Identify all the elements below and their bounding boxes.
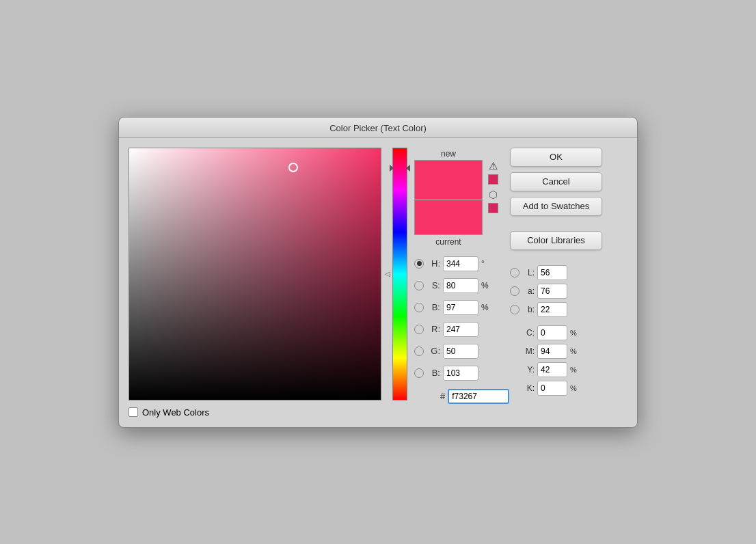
r-input[interactable] (443, 322, 478, 337)
g-label: G: (427, 346, 440, 356)
r-label: R: (427, 324, 440, 334)
b-lab-input[interactable] (537, 302, 567, 317)
hue-indicator (392, 167, 407, 169)
c-unit: % (570, 329, 577, 337)
color-libraries-button[interactable]: Color Libraries (510, 231, 602, 250)
m-unit: % (570, 347, 577, 355)
only-web-colors-label: Only Web Colors (142, 407, 209, 418)
b-radio[interactable] (414, 303, 424, 312)
l-field-row: L: (510, 265, 606, 280)
b-label: B: (427, 302, 440, 312)
color-field[interactable] (129, 148, 381, 400)
left-panel: ◁ Only Web Colors (129, 148, 407, 418)
dialog-title: Color Picker (Text Color) (119, 118, 637, 138)
color-blocks (414, 160, 483, 235)
g-input[interactable] (443, 344, 478, 359)
g-field-row: G: (414, 344, 509, 359)
middle-panel: new ⚠ ⬡ current H: (414, 148, 503, 418)
cube-icon: ⬡ (489, 189, 498, 201)
color-new-block (414, 160, 483, 200)
l-label: L: (522, 268, 535, 277)
b-lab-field-row: b: (510, 302, 606, 317)
h-field-row: H: ° (414, 256, 509, 271)
current-label: current (414, 237, 483, 247)
add-to-swatches-button[interactable]: Add to Swatches (510, 197, 602, 216)
c-label: C: (522, 328, 535, 338)
warn-swatch-top[interactable] (488, 174, 498, 185)
warning-icon: ⚠ (489, 160, 498, 172)
ok-button[interactable]: OK (510, 148, 602, 167)
warn-swatch-bottom[interactable] (488, 203, 498, 213)
m-input[interactable] (537, 344, 567, 359)
hue-strip[interactable] (392, 148, 407, 400)
r-field-row: R: (414, 322, 509, 337)
a-radio[interactable] (510, 286, 519, 296)
a-input[interactable] (537, 284, 567, 299)
g-radio[interactable] (414, 346, 424, 356)
hex-input[interactable] (448, 389, 509, 404)
hash-symbol: # (440, 391, 445, 401)
h-radio[interactable] (414, 259, 424, 269)
h-unit: ° (481, 259, 491, 269)
h-label: H: (427, 258, 440, 269)
b-lab-radio[interactable] (510, 305, 519, 314)
warn-column: ⚠ ⬡ (488, 160, 498, 213)
preview-area: ⚠ ⬡ (414, 160, 498, 235)
s-label: S: (427, 280, 440, 290)
lab-fields: L: a: b: (510, 265, 606, 317)
r-radio[interactable] (414, 325, 424, 334)
only-web-colors-checkbox[interactable] (129, 407, 138, 417)
y-field-row: Y: % (510, 362, 606, 377)
s-radio[interactable] (414, 281, 424, 290)
new-label: new (414, 149, 483, 159)
brgb-label: B: (427, 368, 440, 378)
s-field-row: S: % (414, 278, 509, 293)
a-label: a: (522, 286, 535, 296)
l-input[interactable] (537, 265, 567, 280)
y-unit: % (570, 366, 577, 374)
c-input[interactable] (537, 325, 567, 340)
hsb-rgb-fields: H: ° S: % B: % (414, 256, 509, 404)
brgb-field-row: B: (414, 366, 509, 381)
hex-row: # (414, 389, 509, 404)
s-unit: % (481, 281, 491, 290)
only-web-row: Only Web Colors (129, 407, 407, 418)
color-current-block (414, 200, 483, 235)
cmyk-fields: C: % M: % Y: % K: (510, 325, 606, 396)
right-panel: OK Cancel Add to Swatches Color Librarie… (510, 148, 606, 418)
b-unit: % (481, 303, 491, 312)
hue-strip-container: ◁ (384, 148, 407, 400)
k-label: K: (522, 383, 535, 393)
k-unit: % (570, 384, 577, 392)
b-input[interactable] (443, 300, 478, 315)
brgb-input[interactable] (443, 366, 478, 381)
b-lab-label: b: (522, 305, 535, 314)
color-field-overlay (129, 148, 381, 400)
k-field-row: K: % (510, 381, 606, 396)
y-input[interactable] (537, 362, 567, 377)
h-input[interactable] (443, 256, 478, 271)
m-field-row: M: % (510, 344, 606, 359)
y-label: Y: (522, 365, 535, 375)
k-input[interactable] (537, 381, 567, 396)
hue-arrow-left-icon: ◁ (384, 271, 391, 277)
cancel-button[interactable]: Cancel (510, 172, 602, 191)
color-picker-dialog: Color Picker (Text Color) ◁ Only (118, 117, 638, 428)
s-input[interactable] (443, 278, 478, 293)
l-radio[interactable] (510, 268, 519, 277)
m-label: M: (522, 346, 535, 356)
c-field-row: C: % (510, 325, 606, 340)
brgb-radio[interactable] (414, 368, 424, 378)
a-field-row: a: (510, 284, 606, 299)
b-field-row: B: % (414, 300, 509, 315)
